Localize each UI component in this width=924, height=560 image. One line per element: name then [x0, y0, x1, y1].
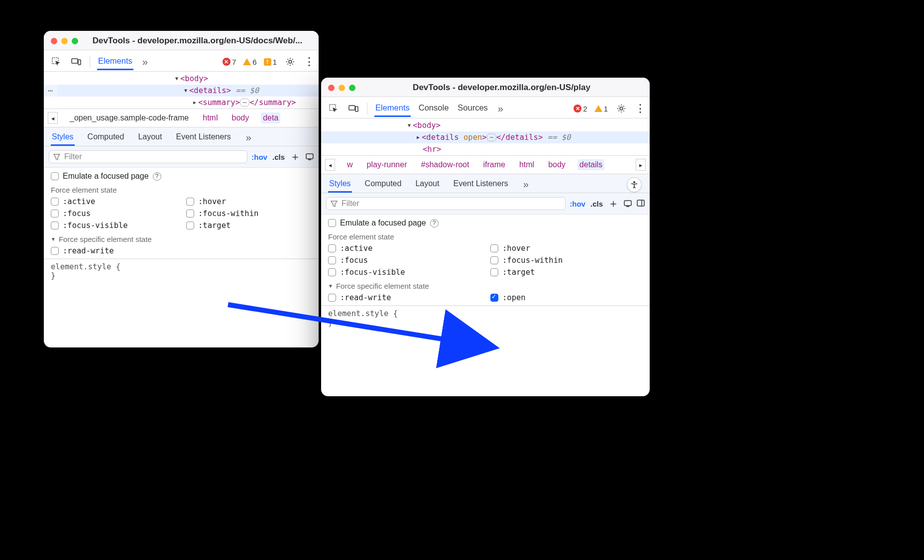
settings-gear-icon[interactable]	[615, 102, 628, 115]
tab-elements[interactable]: Elements	[374, 100, 411, 117]
crumb-frame[interactable]: _open_usage.sample-code-frame	[68, 112, 191, 123]
dom-node-hr[interactable]: <hr>	[423, 143, 441, 155]
warning-count[interactable]: 1	[594, 105, 608, 113]
disclosure-triangle-icon[interactable]: ▼	[182, 87, 189, 95]
state-open-checkbox[interactable]: :open	[490, 293, 643, 302]
gutter-ellipsis[interactable]: ⋯	[44, 85, 57, 97]
state-focus-checkbox[interactable]: :focus	[51, 209, 176, 218]
warning-count[interactable]: 6	[243, 58, 256, 66]
dom-node-summary-close[interactable]: </summary>	[249, 97, 296, 109]
dom-node-body[interactable]: <body>	[413, 119, 441, 131]
breadcrumb-left-icon[interactable]: ◂	[325, 159, 335, 171]
crumb-iframe[interactable]: iframe	[481, 159, 507, 170]
element-style-block[interactable]: element.style { }	[44, 259, 319, 283]
emulate-focused-page-checkbox[interactable]: Emulate a focused page	[51, 172, 149, 181]
disclosure-triangle-icon[interactable]: ▼	[51, 236, 56, 242]
emulate-focused-page-checkbox[interactable]: Emulate a focused page	[328, 219, 426, 227]
computed-panel-icon[interactable]	[306, 152, 314, 162]
disclosure-triangle-icon[interactable]: ▼	[328, 283, 333, 289]
subtab-event-listeners[interactable]: Event Listeners	[175, 129, 231, 146]
zoom-window-button[interactable]	[72, 38, 78, 44]
state-active-checkbox[interactable]: :active	[51, 197, 176, 206]
crumb-body[interactable]: body	[546, 159, 568, 170]
crumb-shadow-root[interactable]: #shadow-root	[419, 159, 471, 170]
disclosure-triangle-icon[interactable]: ▼	[406, 121, 413, 129]
sidebar-toggle-icon[interactable]	[637, 199, 645, 209]
device-toolbar-icon[interactable]	[70, 55, 83, 68]
minimize-window-button[interactable]	[61, 38, 68, 44]
crumb-html[interactable]: html	[201, 112, 220, 123]
error-count[interactable]: ✕7	[223, 58, 236, 66]
state-hover-checkbox[interactable]: :hover	[490, 244, 643, 253]
crumb-body[interactable]: body	[230, 112, 251, 123]
subtab-event-listeners[interactable]: Event Listeners	[452, 176, 509, 193]
dom-tree[interactable]: ▼<body> ⋯ ▼<details> == $0 ▶<summary>⋯</…	[44, 72, 319, 109]
hov-toggle[interactable]: :hov	[570, 200, 585, 208]
state-focus-within-checkbox[interactable]: :focus-within	[490, 256, 643, 265]
close-window-button[interactable]	[51, 38, 57, 44]
inspect-element-icon[interactable]	[50, 55, 63, 68]
disclosure-triangle-icon[interactable]: ▼	[173, 75, 180, 83]
cls-toggle[interactable]: .cls	[590, 200, 603, 208]
dom-node-body[interactable]: <body>	[180, 73, 208, 85]
state-read-write-checkbox[interactable]: :read-write	[51, 246, 176, 255]
state-target-checkbox[interactable]: :target	[186, 221, 312, 230]
crumb-html[interactable]: html	[517, 159, 536, 170]
crumb-details[interactable]: details	[578, 159, 604, 170]
kebab-menu-icon[interactable]: ⋮	[635, 102, 645, 115]
tab-console[interactable]: Console	[418, 100, 450, 117]
disclosure-triangle-icon[interactable]: ▶	[415, 133, 422, 141]
subtab-computed[interactable]: Computed	[364, 176, 403, 193]
help-icon[interactable]: ?	[153, 172, 161, 181]
disclosure-triangle-icon[interactable]: ▶	[191, 99, 198, 107]
crumb-play-runner[interactable]: play-runner	[365, 159, 409, 170]
state-active-checkbox[interactable]: :active	[328, 244, 480, 253]
state-focus-visible-checkbox[interactable]: :focus-visible	[328, 268, 480, 277]
state-focus-visible-checkbox[interactable]: :focus-visible	[51, 221, 176, 230]
element-style-block[interactable]: element.style { }	[321, 306, 650, 330]
more-subtabs-icon[interactable]: »	[244, 132, 253, 143]
more-subtabs-icon[interactable]: »	[521, 179, 531, 190]
computed-panel-icon[interactable]	[624, 199, 632, 209]
state-target-checkbox[interactable]: :target	[490, 268, 643, 277]
minimize-window-button[interactable]	[339, 85, 345, 91]
subtab-layout[interactable]: Layout	[414, 176, 440, 193]
crumb-w[interactable]: w	[345, 159, 355, 170]
close-window-button[interactable]	[328, 85, 335, 91]
subtab-computed[interactable]: Computed	[87, 129, 125, 146]
error-count[interactable]: ✕2	[574, 105, 587, 113]
accessibility-badge-icon[interactable]	[627, 177, 642, 192]
tab-elements[interactable]: Elements	[97, 53, 133, 70]
settings-gear-icon[interactable]	[284, 55, 297, 68]
dom-node-details[interactable]: <details open>	[422, 131, 487, 143]
state-focus-within-checkbox[interactable]: :focus-within	[186, 209, 312, 218]
dom-node-details-close[interactable]: </details>	[496, 131, 543, 143]
breadcrumb-right-icon[interactable]: ▸	[636, 159, 646, 171]
titlebar[interactable]: DevTools - developer.mozilla.org/en-US/p…	[321, 78, 650, 97]
state-focus-checkbox[interactable]: :focus	[328, 256, 480, 265]
subtab-styles[interactable]: Styles	[51, 129, 75, 146]
titlebar[interactable]: DevTools - developer.mozilla.org/en-US/d…	[44, 31, 319, 50]
subtab-styles[interactable]: Styles	[328, 176, 352, 193]
crumb-details[interactable]: deta	[261, 112, 280, 123]
cls-toggle[interactable]: .cls	[272, 153, 285, 161]
filter-input[interactable]: Filter	[49, 150, 247, 163]
tab-sources[interactable]: Sources	[457, 100, 489, 117]
subtab-layout[interactable]: Layout	[137, 129, 163, 146]
filter-input[interactable]: Filter	[326, 197, 566, 210]
device-toolbar-icon[interactable]	[347, 102, 360, 115]
dom-node-details[interactable]: <details>	[189, 85, 231, 97]
more-tabs-icon[interactable]: »	[140, 56, 150, 68]
hov-toggle[interactable]: :hov	[251, 153, 267, 161]
new-rule-plus-icon[interactable]: ＋	[290, 149, 301, 164]
dom-tree[interactable]: ▼<body> ▶ <details open>⋯</details> == $…	[321, 118, 650, 155]
inspect-element-icon[interactable]	[327, 102, 340, 115]
info-count[interactable]: !1	[264, 58, 277, 66]
dom-node-summary-open[interactable]: <summary>	[198, 97, 240, 109]
new-rule-plus-icon[interactable]: ＋	[608, 196, 619, 211]
breadcrumb-left-icon[interactable]: ◂	[48, 112, 58, 124]
help-icon[interactable]: ?	[430, 219, 439, 227]
zoom-window-button[interactable]	[349, 85, 355, 91]
collapsed-ellipsis-icon[interactable]: ⋯	[487, 133, 496, 141]
state-hover-checkbox[interactable]: :hover	[186, 197, 312, 206]
